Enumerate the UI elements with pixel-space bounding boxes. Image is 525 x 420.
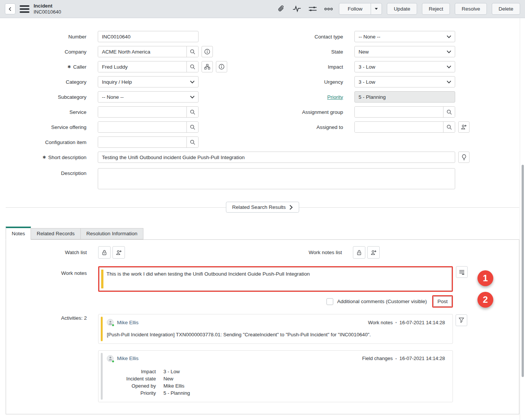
assigned-to-label: Assigned to <box>262 124 343 130</box>
service-offering-input[interactable] <box>98 122 186 132</box>
watch-list-add-me-button[interactable] <box>112 246 125 259</box>
work-notes-annotation-box: This is the work I did when testing the … <box>98 266 453 292</box>
field-change-row: Impact3 - Low <box>107 368 445 375</box>
assignment-group-input[interactable] <box>355 107 443 117</box>
caller-input[interactable] <box>98 61 186 72</box>
watch-list-lock-button[interactable] <box>98 246 111 259</box>
additional-comments-checkbox[interactable] <box>326 298 333 305</box>
activity-author[interactable]: Mike Ellis <box>117 356 139 361</box>
additional-comments-label: Additional comments (Customer visible) <box>337 299 427 304</box>
personalize-form-button[interactable] <box>308 5 317 13</box>
activity-stream-button[interactable] <box>293 5 301 13</box>
post-button[interactable]: Post <box>433 296 452 307</box>
subcategory-label: Subcategory <box>6 94 86 100</box>
urgency-row: Urgency 3 - Low <box>262 76 519 87</box>
annotation-step-2: 2 <box>477 292 493 308</box>
urgency-select[interactable]: 3 - Low <box>354 76 455 87</box>
follow-button[interactable]: Follow <box>339 3 371 15</box>
work-notes-textarea[interactable]: This is the work I did when testing the … <box>99 267 452 291</box>
related-search-results-button[interactable]: Related Search Results <box>226 202 299 213</box>
delete-button[interactable]: Delete <box>492 3 520 15</box>
sliders-icon <box>308 5 317 13</box>
work-notes-list-lock-button[interactable] <box>353 246 365 259</box>
description-textarea[interactable] <box>98 168 455 189</box>
toggle-activity-formatter-button[interactable] <box>456 266 468 278</box>
priority-readonly-field: 5 - Planning <box>354 91 455 103</box>
pulse-icon <box>293 5 301 13</box>
tab-related-records[interactable]: Related Records <box>31 228 81 239</box>
activity-entry-work-notes: Mike Ellis Work notes • 16-07-2021 14:14… <box>98 314 453 344</box>
activities-row: Activities: 2 Mike Ellis Work notes • <box>6 314 519 402</box>
record-tabs: Notes Related Records Resolution Informa… <box>6 227 519 239</box>
tab-notes[interactable]: Notes <box>6 227 31 240</box>
subcategory-value: -- None -- <box>102 94 124 100</box>
category-value: Inquiry / Help <box>102 79 132 85</box>
impact-value: 3 - Low <box>359 64 375 70</box>
field-change-value: 5 - Planning <box>163 389 190 397</box>
service-offering-search-button[interactable] <box>186 122 198 132</box>
notes-tab-panel: Watch list Work notes list Work n <box>6 239 519 414</box>
reject-button[interactable]: Reject <box>422 3 450 15</box>
assign-to-me-button[interactable] <box>458 121 470 133</box>
activity-stripe-work-notes <box>101 317 103 341</box>
short-description-input[interactable] <box>98 152 455 163</box>
update-button[interactable]: Update <box>387 3 417 15</box>
assigned-to-lookup <box>354 121 455 133</box>
description-row: Description <box>6 168 519 189</box>
caller-lookup <box>98 61 199 72</box>
context-menu-icon[interactable] <box>20 5 29 13</box>
activity-filter-button[interactable] <box>456 314 467 326</box>
configuration-item-search-button[interactable] <box>186 137 198 147</box>
search-icon <box>190 64 196 70</box>
annotation-step-1: 1 <box>477 270 493 286</box>
more-options-button[interactable] <box>324 7 333 11</box>
subcategory-select[interactable]: -- None -- <box>98 91 199 103</box>
state-select[interactable]: New <box>354 46 455 57</box>
person-add-icon <box>116 250 122 256</box>
tab-resolution-information[interactable]: Resolution Information <box>81 228 143 239</box>
caller-hierarchy-button[interactable] <box>202 61 213 72</box>
form-left-column: Number Company ✱Caller <box>6 31 262 152</box>
priority-label: Priority <box>262 94 343 100</box>
category-select[interactable]: Inquiry / Help <box>98 76 199 87</box>
service-search-button[interactable] <box>186 107 198 117</box>
assigned-to-input[interactable] <box>355 122 443 132</box>
suggestion-button[interactable] <box>458 152 470 163</box>
assignment-group-row: Assignment group <box>262 106 519 118</box>
service-input[interactable] <box>98 107 186 117</box>
follow-dropdown-button[interactable] <box>371 3 382 15</box>
company-input[interactable] <box>98 46 186 57</box>
category-row: Category Inquiry / Help <box>6 76 262 87</box>
assigned-to-search-button[interactable] <box>443 122 455 132</box>
urgency-label: Urgency <box>262 79 343 85</box>
assignment-group-search-button[interactable] <box>443 107 455 117</box>
caller-preview-button[interactable] <box>216 61 227 72</box>
contact-type-select[interactable]: -- None -- <box>354 31 455 42</box>
activity-type: Work notes <box>368 320 393 325</box>
company-preview-button[interactable] <box>202 46 213 57</box>
record-type-label: Incident <box>34 3 61 9</box>
company-search-button[interactable] <box>186 46 198 57</box>
back-button[interactable] <box>5 3 15 14</box>
contact-type-value: -- None -- <box>359 34 380 40</box>
impact-select[interactable]: 3 - Low <box>354 61 455 72</box>
activity-author[interactable]: Mike Ellis <box>117 320 139 325</box>
activity-meta: Work notes • 16-07-2021 14:14:28 <box>368 320 445 325</box>
chevron-down-icon <box>446 65 451 69</box>
number-input[interactable] <box>98 31 199 42</box>
number-row: Number <box>6 31 262 42</box>
search-icon <box>190 124 196 130</box>
watch-list-group: Watch list <box>6 246 262 259</box>
scrollbar-thumb[interactable] <box>522 165 524 377</box>
work-notes-list-add-me-button[interactable] <box>367 246 380 259</box>
resolve-button[interactable]: Resolve <box>455 3 487 15</box>
configuration-item-input[interactable] <box>98 137 186 147</box>
info-icon <box>219 64 225 70</box>
company-row: Company <box>6 46 262 57</box>
presence-dot <box>112 324 114 326</box>
priority-link[interactable]: Priority <box>327 94 343 100</box>
service-offering-row: Service offering <box>6 121 262 133</box>
caller-search-button[interactable] <box>186 61 198 72</box>
attachment-button[interactable] <box>277 5 285 13</box>
configuration-item-lookup <box>98 136 199 148</box>
